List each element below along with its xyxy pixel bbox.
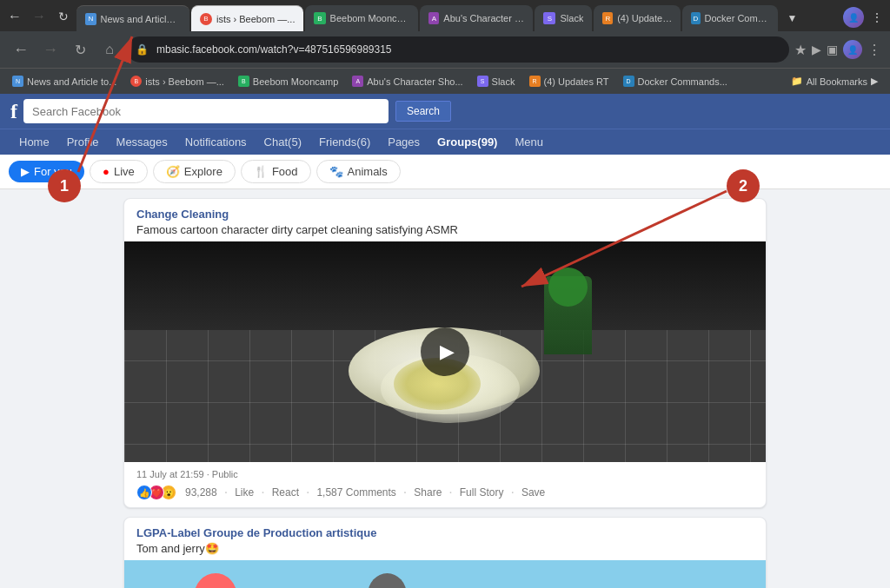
animals-icon: 🐾 (329, 165, 343, 178)
tab-1[interactable]: N News and Article to... (76, 5, 189, 31)
tab-3[interactable]: B Beebom Mooncamp (305, 5, 418, 31)
foryou-icon: ▶ (21, 165, 30, 178)
food-icon: 🍴 (254, 165, 268, 178)
watch-tab-foryou[interactable]: ▶ For you (9, 161, 84, 182)
watch-tab-animals[interactable]: 🐾 Animals (316, 160, 401, 183)
watch-tabs-bar: ▶ For you ● Live 🧭 Explore 🍴 Food 🐾 Anim… (0, 155, 890, 189)
fb-search-input[interactable] (23, 99, 389, 123)
save-btn[interactable]: Save (521, 486, 545, 499)
tab-label-2: ists › Beebom —... (216, 14, 295, 24)
secure-icon: 🔒 (136, 43, 149, 56)
home-icon[interactable]: ⌂ (97, 37, 122, 62)
tab-bar: ← → ↻ N News and Article to... B ists › … (0, 0, 890, 31)
tab-favicon-5: S (543, 12, 555, 24)
post-1-header: Change Cleaning Famous cartoon character… (124, 199, 766, 241)
post-2-header: LGPA-Label Groupe de Production artistiq… (124, 518, 766, 560)
tab-label-7: Docker Commands... (705, 13, 770, 23)
fb-header: f Search Home Profile Messages Notificat… (0, 94, 890, 155)
react-btn[interactable]: React (272, 486, 299, 499)
fb-nav-friends[interactable]: Friends(6) (310, 129, 379, 155)
bookmark-item-7[interactable]: D Docker Commands... (618, 74, 733, 89)
address-bar-container: 🔒 (127, 36, 789, 63)
address-bar-row: ← → ↻ ⌂ 🔒 ★ ▶ ▣ 👤 ⋮ (0, 31, 890, 68)
bookmark-item-3[interactable]: B Beebom Mooncamp (233, 74, 343, 89)
tab-label-4: Abu's Character Sho... (443, 13, 524, 23)
like-reaction: 👍 (136, 485, 152, 500)
fb-nav-notifications[interactable]: Notifications (176, 129, 256, 155)
post-1-footer: 11 July at 21:59 · Public 👍 ❤️ 😮 93,288 … (124, 462, 766, 507)
fb-nav-profile[interactable]: Profile (58, 129, 108, 155)
feed: Change Cleaning Famous cartoon character… (115, 189, 775, 588)
post-1-actions: 👍 ❤️ 😮 93,288 · Like · React · 1,587 Com… (136, 485, 754, 500)
tab-label-3: Beebom Mooncamp (330, 13, 410, 23)
post-2-video[interactable] (124, 560, 766, 588)
post-1-meta: 11 July at 21:59 · Public (136, 469, 754, 479)
tab-favicon-4: A (428, 12, 439, 24)
address-input[interactable] (127, 36, 789, 63)
tab-favicon-6: R (602, 12, 613, 24)
reaction-icons: 👍 ❤️ 😮 (136, 485, 176, 500)
fb-nav-groups[interactable]: Groups(99) (428, 129, 506, 155)
browser-menu-btn[interactable]: ⋮ (871, 10, 883, 24)
tab-5[interactable]: S Slack (535, 5, 592, 31)
tab-favicon-1: N (85, 13, 96, 25)
post-1-video[interactable]: ▶ (124, 241, 766, 462)
tab-6[interactable]: R (4) Updates RT (594, 5, 681, 31)
fb-nav-home[interactable]: Home (10, 129, 58, 155)
fb-nav-menu[interactable]: Menu (506, 129, 552, 155)
reload-icon[interactable]: ↻ (68, 37, 92, 62)
nav-refresh-btn[interactable]: ↻ (52, 5, 75, 28)
tab-favicon-7: D (691, 12, 700, 24)
like-btn[interactable]: Like (235, 486, 254, 499)
live-icon: ● (103, 165, 110, 178)
fb-logo: f (10, 100, 17, 123)
post-card-1: Change Cleaning Famous cartoon character… (123, 198, 767, 508)
all-bookmarks-btn[interactable]: 📁 All Bookmarks ▶ (786, 74, 883, 89)
cast-icon[interactable]: ▶ (812, 43, 821, 56)
fb-search-button[interactable]: Search (395, 101, 451, 122)
play-button[interactable]: ▶ (421, 327, 469, 376)
full-story-btn[interactable]: Full Story (460, 486, 504, 499)
tab-favicon-2: B (200, 13, 212, 25)
forward-icon[interactable]: → (38, 37, 63, 62)
watch-tab-explore[interactable]: 🧭 Explore (153, 160, 236, 183)
comments-btn[interactable]: 1,587 Comments (316, 486, 395, 499)
post-2-page-name[interactable]: LGPA-Label Groupe de Production artistiq… (136, 526, 754, 539)
tab-label-5: Slack (560, 13, 583, 23)
bookmark-item-2[interactable]: B ists › Beebom —... (125, 74, 229, 89)
tab-7[interactable]: D Docker Commands... (682, 5, 778, 31)
reactions-count: 93,288 (185, 486, 217, 499)
bookmark-item-1[interactable]: N News and Article to... (7, 74, 122, 89)
fb-nav-pages[interactable]: Pages (379, 129, 428, 155)
watch-tab-food[interactable]: 🍴 Food (241, 160, 311, 183)
nav-forward-btn[interactable]: → (28, 5, 50, 28)
bookmark-item-5[interactable]: S Slack (472, 74, 521, 89)
play-icon: ▶ (440, 340, 455, 363)
fb-nav-messages[interactable]: Messages (108, 129, 176, 155)
watch-tab-live[interactable]: ● Live (90, 160, 148, 183)
share-btn[interactable]: Share (414, 486, 442, 499)
tab-label-1: News and Article to... (101, 14, 181, 24)
bookmark-star-icon[interactable]: ★ (794, 42, 807, 58)
bookmark-item-6[interactable]: R (4) Updates RT (524, 74, 614, 89)
tab-2[interactable]: B ists › Beebom —... (191, 5, 303, 31)
post-1-title: Famous cartoon character dirty carpet cl… (136, 223, 754, 236)
browser-profile-icon[interactable]: 👤 (843, 7, 864, 28)
tab-more-btn[interactable]: ▼ (780, 9, 804, 28)
tab-4[interactable]: A Abu's Character Sho... (420, 5, 533, 31)
tab-label-6: (4) Updates RT (617, 13, 672, 23)
chrome-menu-icon[interactable]: ⋮ (867, 42, 881, 58)
extensions-icon[interactable]: ▣ (827, 43, 838, 56)
back-icon[interactable]: ← (9, 37, 33, 62)
tab-favicon-3: B (314, 12, 325, 24)
browser-chrome: ← → ↻ N News and Article to... B ists › … (0, 0, 890, 588)
explore-icon: 🧭 (166, 165, 180, 178)
bookmarks-bar: N News and Article to... B ists › Beebom… (0, 68, 890, 94)
bookmark-item-4[interactable]: A Abu's Character Sho... (347, 74, 468, 89)
nav-back-btn[interactable]: ← (3, 5, 26, 28)
post-1-page-name[interactable]: Change Cleaning (136, 208, 754, 221)
fb-search-row: f Search (0, 94, 890, 129)
facebook-content: f Search Home Profile Messages Notificat… (0, 94, 890, 588)
account-circle-icon[interactable]: 👤 (843, 40, 862, 59)
fb-nav-chat[interactable]: Chat(5) (256, 129, 310, 155)
